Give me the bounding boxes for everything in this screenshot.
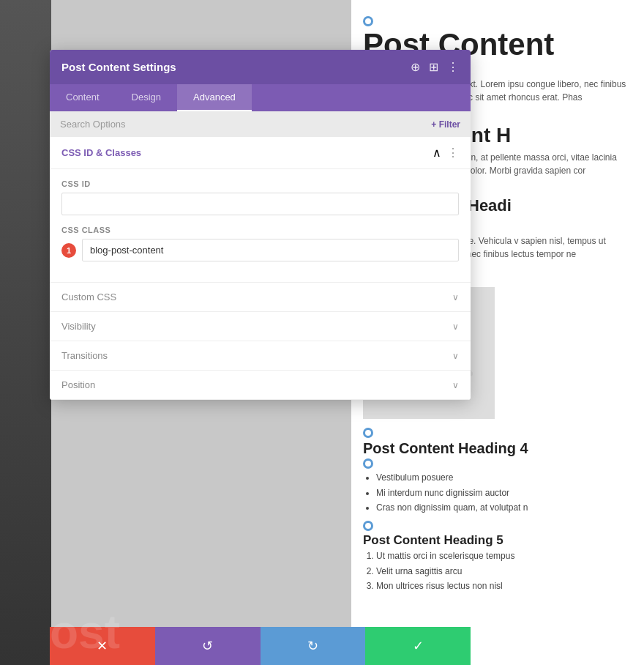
right-heading5: Post Content Heading 5 [363, 532, 632, 549]
search-placeholder: Search Options [60, 119, 126, 130]
panel-tabs: Content Design Advanced [50, 84, 471, 111]
list2-item2: Mon ultrices risus lectus non nisl [376, 579, 632, 593]
section-transitions: Transitions ∨ [50, 341, 471, 371]
css-class-row: 1 [61, 239, 459, 261]
section-visibility: Visibility ∨ [50, 312, 471, 341]
custom-css-chevron[interactable]: ∨ [452, 292, 459, 302]
tab-content[interactable]: Content [50, 84, 116, 111]
css-class-input[interactable] [82, 239, 459, 261]
css-class-label: CSS Class [61, 226, 459, 234]
undo-icon: ↺ [202, 638, 213, 654]
css-id-field-group: CSS ID [61, 179, 459, 215]
section-custom-css: Custom CSS ∨ [50, 283, 471, 312]
section-transitions-header[interactable]: Transitions ∨ [50, 341, 471, 370]
edit-dot-list1[interactable] [363, 458, 373, 469]
undo-button[interactable]: ↺ [155, 627, 261, 665]
panel-title: Post Content Settings [61, 61, 176, 73]
tab-design[interactable]: Design [116, 84, 177, 111]
list1-item2: Cras non dignissim quam, at volutpat n [376, 500, 632, 515]
right-list2: Ut mattis orci in scelerisque tempus Vel… [363, 549, 632, 593]
section-position-header[interactable]: Position ∨ [50, 371, 471, 399]
section-css-content: CSS ID CSS Class 1 [50, 169, 471, 282]
section-css-id-classes: CSS ID & Classes ∧ ⋮ CSS ID CSS Class 1 [50, 137, 471, 283]
position-chevron[interactable]: ∨ [452, 380, 459, 390]
list2-item0: Ut mattis orci in scelerisque tempus [376, 549, 632, 563]
focus-icon[interactable]: ⊕ [411, 60, 420, 74]
more-icon[interactable]: ⋮ [447, 60, 459, 74]
cancel-icon: ✕ [97, 638, 108, 654]
section-visibility-header[interactable]: Visibility ∨ [50, 312, 471, 341]
search-bar: Search Options + Filter [50, 111, 471, 137]
cancel-button[interactable]: ✕ [50, 627, 155, 665]
css-class-field-group: CSS Class 1 [61, 226, 459, 261]
tab-advanced[interactable]: Advanced [177, 84, 252, 111]
save-icon: ✓ [413, 638, 424, 654]
section-css-header[interactable]: CSS ID & Classes ∧ ⋮ [50, 137, 471, 169]
right-list1: Vestibulum posuere Mi interdum nunc dign… [363, 470, 632, 515]
list1-item0: Vestibulum posuere [376, 470, 632, 485]
css-class-badge: 1 [61, 243, 76, 258]
list1-item1: Mi interdum nunc dignissim auctor [376, 486, 632, 500]
settings-panel: Post Content Settings ⊕ ⊞ ⋮ Content Desi… [50, 50, 471, 400]
section-more-icon[interactable]: ⋮ [447, 146, 459, 160]
redo-icon: ↻ [307, 638, 318, 654]
css-id-input[interactable] [61, 193, 459, 215]
section-position: Position ∨ [50, 371, 471, 400]
section-custom-css-title: Custom CSS [61, 291, 116, 302]
visibility-chevron[interactable]: ∨ [452, 322, 459, 332]
css-id-label: CSS ID [61, 179, 459, 188]
section-css-title: CSS ID & Classes [61, 147, 141, 158]
edit-dot-h4[interactable] [363, 428, 373, 438]
edit-dot-h5[interactable] [363, 521, 373, 531]
left-sidebar [0, 0, 51, 665]
section-transitions-title: Transitions [61, 350, 108, 361]
edit-dot-h1[interactable] [363, 16, 373, 26]
bottom-toolbar: ✕ ↺ ↻ ✓ [50, 627, 471, 665]
section-visibility-title: Visibility [61, 321, 96, 332]
panel-header-icons: ⊕ ⊞ ⋮ [411, 60, 459, 74]
panel-header: Post Content Settings ⊕ ⊞ ⋮ [50, 50, 471, 84]
filter-button[interactable]: + Filter [431, 119, 460, 130]
right-heading4: Post Content Heading 4 [363, 439, 632, 457]
transitions-chevron[interactable]: ∨ [452, 351, 459, 361]
section-position-title: Position [61, 379, 95, 390]
layout-icon[interactable]: ⊞ [429, 60, 438, 74]
section-custom-css-header[interactable]: Custom CSS ∨ [50, 283, 471, 311]
collapse-icon[interactable]: ∧ [433, 146, 441, 160]
list2-item1: Velit urna sagittis arcu [376, 564, 632, 579]
section-css-icons: ∧ ⋮ [433, 146, 459, 160]
save-button[interactable]: ✓ [365, 627, 471, 665]
redo-button[interactable]: ↻ [261, 627, 366, 665]
